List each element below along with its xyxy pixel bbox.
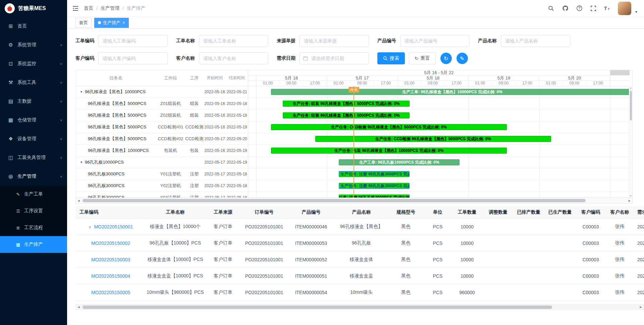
search-icon[interactable] bbox=[547, 5, 555, 12]
item-no-cell: ITEM00000046 bbox=[287, 218, 335, 235]
sidebar-item-system-monitor[interactable]: ⊡系统监控∨ bbox=[0, 54, 67, 73]
workorder-link[interactable]: MO202205150005 bbox=[91, 290, 130, 295]
gear-icon: ⚙ bbox=[7, 42, 15, 48]
gantt-task-row[interactable]: 96孔孔板3000PCSY01注塑机注塑2022-05-172022-05-18 bbox=[76, 168, 248, 180]
breadcrumb-item[interactable]: 首页 bbox=[84, 5, 93, 11]
workstation-cell: Y02注塑机 bbox=[156, 183, 185, 189]
start-time-cell: 2022-05-16 bbox=[204, 148, 226, 153]
search-button[interactable]: 搜索 bbox=[377, 52, 405, 64]
timeline-hour-label: 17:00 bbox=[586, 81, 610, 86]
workorder-code-cell: MO202205150002 bbox=[75, 235, 146, 251]
source-doc-input[interactable] bbox=[300, 35, 369, 47]
product-name-input[interactable] bbox=[501, 35, 570, 47]
sidebar-item-production-management[interactable]: ◎生产管理∧ bbox=[0, 167, 67, 186]
demand-date-input[interactable] bbox=[300, 52, 369, 64]
sidebar-item-production-scheduling[interactable]: ▦生产排产 bbox=[0, 236, 67, 253]
user-menu-caret-icon[interactable]: ▼ bbox=[635, 10, 638, 15]
tab-home[interactable]: 首页 bbox=[75, 18, 92, 28]
workorder-link[interactable]: MO202205150003 bbox=[91, 257, 130, 262]
gantt-bar[interactable]: 生产任务: 组装 96孔移液盒【黑色】5000PCS 完成比例: 0% bbox=[283, 112, 410, 118]
workorder-link[interactable]: MO202205150004 bbox=[91, 273, 130, 279]
customer-name-cell: 张伟 bbox=[605, 268, 634, 284]
customer-name-field: 客户名称 bbox=[176, 52, 268, 64]
gantt-task-row[interactable]: 96孔移液盒【黑色】10000PCS包装机包装2022-05-162022-05… bbox=[76, 145, 248, 157]
scheduled-qty-cell bbox=[513, 284, 544, 301]
gantt-task-row[interactable]: 96孔孔板3000PCSY02注塑机注塑2022-05-172022-05-18 bbox=[76, 180, 248, 192]
scrollbar-thumb[interactable] bbox=[83, 199, 586, 202]
help-icon[interactable] bbox=[576, 5, 583, 12]
sidebar-item-warehouse-management[interactable]: ▦仓储管理∨ bbox=[0, 111, 67, 129]
sidebar-item-equipment-management[interactable]: ❖设备管理∨ bbox=[0, 129, 67, 148]
table-row: MO20220515000296孔孔板【10000】PCS客户订单PO20220… bbox=[75, 235, 644, 251]
scroll-down-icon[interactable]: ▼ bbox=[629, 194, 632, 198]
search-button-label: 搜索 bbox=[390, 55, 399, 61]
sidebar-toggle-icon[interactable] bbox=[72, 5, 79, 12]
reset-button[interactable]: ↻重置 bbox=[409, 52, 436, 64]
gantt-task-row[interactable]: ▼96孔移液盒【黑色】10000PCS2022-05-162022-05-21 bbox=[76, 86, 248, 98]
collapse-triangle-icon[interactable]: ▼ bbox=[80, 90, 83, 94]
scroll-left-icon[interactable]: ◀ bbox=[76, 198, 82, 203]
breadcrumb-item[interactable]: 生产管理 bbox=[101, 5, 119, 11]
gantt-bar[interactable]: 生产任务: 注塑 96孔孔板3000PCS 完成比例: 0% bbox=[339, 183, 410, 189]
gantt-task-row[interactable]: 96孔移液盒【黑色】5000PCSZ02组装机组装2022-05-162022-… bbox=[76, 110, 248, 121]
gantt-bar[interactable]: 生产任务: 包装 96孔移液盒【黑色】10000PCS 完成比例: 0% bbox=[271, 148, 507, 154]
workorder-code-field: 工单编码 bbox=[75, 35, 168, 47]
demand-date-field: 需求日期 bbox=[277, 52, 369, 64]
gantt-bar[interactable]: 生产任务: CCD检测 96孔移液盒【黑色】5000PCS 完成比例: 0% bbox=[271, 124, 507, 130]
gantt-vertical-scrollbar[interactable]: ▲ ▼ bbox=[629, 86, 632, 198]
gantt-bar[interactable]: 生产任务: 注塑 96孔孔板3000PCS 完成比例: 0% bbox=[339, 171, 410, 177]
tab-production-scheduling[interactable]: 生产排产× bbox=[94, 18, 129, 28]
expand-row-icon[interactable]: ∨ bbox=[89, 225, 92, 229]
workorder-source-cell: 客户订单 bbox=[205, 235, 241, 251]
tools-icon: ⚒ bbox=[7, 79, 15, 86]
workorder-code-input[interactable] bbox=[98, 35, 168, 47]
font-size-icon[interactable]: TT bbox=[604, 5, 611, 12]
gantt-task-row[interactable]: 96孔移液盒【黑色】5000PCSZ01组装机组装2022-05-162022-… bbox=[76, 98, 248, 110]
timeline-stub bbox=[248, 81, 256, 86]
task-name: 96孔孔板3000PCS bbox=[88, 171, 124, 177]
sidebar-item-process-flow[interactable]: ≣工艺流程 bbox=[0, 219, 67, 236]
edit-button[interactable]: ✎ bbox=[457, 53, 468, 64]
gantt-bar[interactable]: 生产任务: 注塑 96孔孔板3000PCS 完成比例: 0% bbox=[339, 195, 410, 198]
gantt-bar[interactable]: 生产任务: CCD检测 96孔移液盒【黑色】5000PCS 完成比例: 0% bbox=[315, 136, 551, 142]
gantt-task-row[interactable]: ▼96孔孔板10000PCS2022-05-172022-05-19 bbox=[76, 157, 248, 168]
scrollbar-thumb[interactable] bbox=[83, 306, 552, 309]
scroll-up-icon[interactable]: ▲ bbox=[629, 86, 632, 90]
close-icon[interactable]: × bbox=[122, 20, 125, 25]
customer-code-input[interactable] bbox=[98, 52, 168, 64]
gantt-bar[interactable]: 生产工单: 96孔移液盒【黑色】10000PCS 完成比例: 0% bbox=[271, 89, 630, 95]
scrollbar-thumb[interactable] bbox=[630, 91, 632, 120]
github-icon[interactable] bbox=[561, 5, 569, 12]
workorders-column-header: 已排产数量 bbox=[513, 206, 544, 218]
scroll-right-icon[interactable]: ▶ bbox=[627, 198, 632, 203]
row-gridline bbox=[248, 98, 630, 98]
workorder-name-input[interactable] bbox=[199, 35, 268, 47]
scroll-left-icon[interactable]: ◀ bbox=[76, 305, 82, 310]
workorder-link[interactable]: MO202205150001 bbox=[94, 224, 133, 229]
sync-button[interactable]: ↻ bbox=[440, 53, 452, 64]
gantt-horizontal-scrollbar[interactable]: ◀ ▶ bbox=[76, 198, 632, 203]
gantt-bar[interactable]: 生产工单: 96孔孔板10000PCS 完成比例: 0% bbox=[339, 159, 460, 165]
timeline-day-label: 5月 20 bbox=[539, 75, 610, 80]
gantt-task-row[interactable]: 96孔孔板3000PCSY03注塑机注塑2022-05-172022-05-18 bbox=[76, 192, 248, 198]
gantt-task-row[interactable]: 96孔移液盒【黑色】5000PCSCCD检测#02CCD检测2022-05-17… bbox=[76, 133, 248, 145]
sidebar-item-production-workorder[interactable]: ✎生产工单 bbox=[0, 186, 67, 203]
workorder-qty-cell: 10000 bbox=[451, 268, 483, 284]
customer-name-input[interactable] bbox=[199, 52, 268, 64]
sidebar-item-system-tools[interactable]: ⚒系统工具∨ bbox=[0, 73, 67, 92]
workorders-horizontal-scrollbar[interactable]: ◀ ▶ bbox=[75, 304, 644, 310]
gantt-task-row[interactable]: 96孔移液盒【黑色】5000PCSCCD检测#01CCD检测2022-05-16… bbox=[76, 121, 248, 133]
app-logo[interactable]: 苦糖果MES bbox=[0, 0, 67, 17]
gantt-bar[interactable]: 生产任务: 组装 96孔移液盒【黑色】5000PCS 完成比例: 0% bbox=[283, 101, 410, 107]
collapse-triangle-icon[interactable]: ▼ bbox=[80, 161, 83, 164]
fullscreen-icon[interactable] bbox=[590, 5, 597, 12]
sidebar-item-process-settings[interactable]: ☰工序设置 bbox=[0, 203, 67, 219]
sidebar-item-system-management[interactable]: ⚙系统管理∨ bbox=[0, 36, 67, 54]
workorder-link[interactable]: MO202205150002 bbox=[91, 240, 130, 246]
user-avatar[interactable] bbox=[618, 2, 631, 15]
sidebar-item-home[interactable]: ⊞首页 bbox=[0, 17, 67, 36]
sidebar-item-master-data[interactable]: ▤主数据∨ bbox=[0, 92, 67, 111]
sidebar-item-fixture-management[interactable]: ◫工装夹具管理∨ bbox=[0, 148, 67, 167]
scroll-right-icon[interactable]: ▶ bbox=[638, 305, 644, 310]
product-code-input[interactable] bbox=[400, 35, 470, 47]
